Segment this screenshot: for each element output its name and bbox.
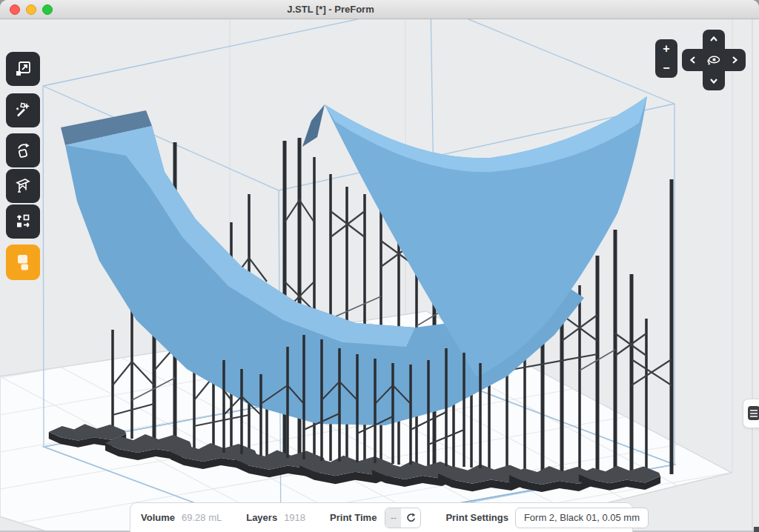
- volume-label: Volume: [141, 512, 175, 523]
- print-button[interactable]: [6, 245, 40, 280]
- size-tool-button[interactable]: [6, 52, 40, 86]
- minimize-button[interactable]: [26, 4, 36, 15]
- print-settings-label: Print Settings: [445, 512, 508, 523]
- status-bar: Volume 69.28 mL Layers 1918 Print Time -…: [130, 502, 633, 532]
- preform-window: J.STL [*] - PreForm: [0, 0, 759, 532]
- orbit-view-icon: [704, 50, 723, 70]
- cartridge-icon: [13, 253, 33, 272]
- print-time-control: --: [385, 508, 421, 528]
- pan-left-button[interactable]: [688, 55, 698, 65]
- orientation-tool-button[interactable]: [6, 133, 40, 167]
- pan-right-button[interactable]: [729, 55, 740, 65]
- chevron-up-icon: [709, 34, 719, 44]
- window-title: J.STL [*] - PreForm: [256, 0, 405, 19]
- zoom-in-button[interactable]: +: [655, 39, 677, 59]
- print-time-label: Print Time: [330, 512, 377, 523]
- toolbar-left: [6, 52, 40, 280]
- view-dpad: [682, 30, 746, 90]
- print-time-value: --: [385, 508, 401, 528]
- chevron-down-icon: [709, 76, 719, 86]
- supports-icon: [14, 177, 32, 195]
- resize-grip[interactable]: [754, 527, 759, 532]
- one-click-print-tool-button[interactable]: [6, 93, 40, 127]
- zoom-control: + −: [655, 39, 677, 78]
- supports-tool-button[interactable]: [6, 169, 40, 203]
- model-list-button[interactable]: [748, 406, 759, 420]
- print-settings-dropdown[interactable]: Form 2, Black 01, 0.05 mm: [515, 508, 649, 528]
- pan-down-button[interactable]: [709, 76, 719, 86]
- rotate-icon: [14, 142, 32, 159]
- arrow-barb-face: [302, 104, 325, 147]
- layers-value: 1918: [284, 512, 305, 523]
- chevron-left-icon: [688, 55, 698, 65]
- layers-label: Layers: [246, 512, 277, 523]
- traffic-lights: [10, 4, 53, 15]
- pan-up-button[interactable]: [709, 34, 719, 44]
- orbit-view-button[interactable]: [704, 50, 723, 70]
- model-list-drawer-handle: [743, 399, 759, 428]
- hamburger-icon: [750, 410, 758, 411]
- layout-tool-button[interactable]: [6, 205, 40, 239]
- close-button[interactable]: [10, 4, 20, 15]
- viewport-3d[interactable]: + −: [0, 19, 759, 532]
- scale-icon: [14, 60, 32, 78]
- zoom-out-button[interactable]: −: [655, 59, 677, 78]
- scene-canvas: [0, 19, 759, 532]
- fullscreen-button[interactable]: [42, 4, 53, 15]
- magic-wand-icon: [14, 102, 32, 119]
- titlebar: J.STL [*] - PreForm: [0, 0, 759, 19]
- print-time-refresh-button[interactable]: [401, 508, 420, 528]
- volume-value: 69.28 mL: [182, 512, 222, 523]
- chevron-right-icon: [729, 55, 740, 65]
- refresh-icon: [405, 512, 417, 524]
- layout-icon: [14, 213, 32, 230]
